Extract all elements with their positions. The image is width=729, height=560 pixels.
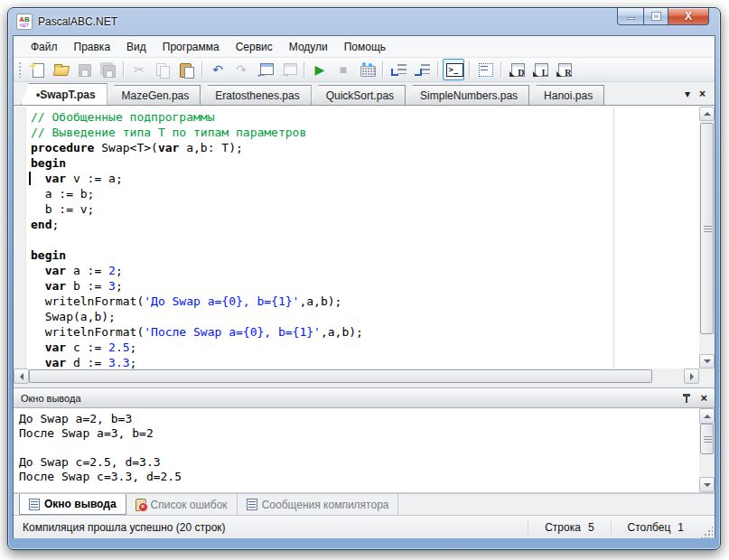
code-line[interactable]: var a := 2; bbox=[31, 263, 699, 278]
template-r-button[interactable]: R bbox=[553, 59, 575, 80]
tab-eratosthenespas[interactable]: Eratosthenes.pas bbox=[200, 85, 311, 105]
code-line[interactable]: var d := 3.3; bbox=[31, 355, 699, 369]
indent-button[interactable] bbox=[388, 59, 409, 80]
menu-item-program[interactable]: Программа bbox=[154, 38, 228, 56]
line-label: Строка bbox=[545, 521, 581, 534]
editor-hscroll-thumb[interactable] bbox=[29, 369, 652, 383]
code-token: end bbox=[31, 218, 51, 231]
form-designer-button[interactable] bbox=[474, 59, 496, 80]
code-line[interactable]: end; bbox=[31, 217, 699, 232]
output-panel: До Swap a=2, b=3После Swap a=3, b=2 До S… bbox=[14, 408, 715, 493]
app-window: AB NET PascalABC.NET X ФайлПравкаВидПрог… bbox=[7, 7, 721, 550]
scroll-right-button[interactable] bbox=[684, 369, 699, 384]
toolbar-grip[interactable] bbox=[18, 61, 22, 78]
code-token: var bbox=[45, 356, 66, 369]
pin-icon[interactable] bbox=[682, 393, 691, 404]
code-line[interactable]: var v := a; bbox=[31, 171, 699, 186]
output-vertical-scrollbar[interactable] bbox=[699, 408, 715, 492]
output-scroll-up-button[interactable] bbox=[699, 408, 715, 424]
output-scroll-down-button[interactable] bbox=[699, 477, 715, 492]
run-button[interactable]: ▶ bbox=[309, 59, 331, 80]
save-all-icon bbox=[101, 63, 117, 78]
menu-item-view[interactable]: Вид bbox=[118, 38, 154, 56]
stop-button[interactable]: ■ bbox=[332, 59, 354, 80]
code-line[interactable]: var b := 3; bbox=[31, 278, 699, 294]
up-arrow-icon bbox=[704, 108, 711, 116]
save-all-button[interactable] bbox=[97, 59, 118, 80]
code-line[interactable]: writelnFormat('После Swap a={0}, b={1}',… bbox=[31, 324, 699, 340]
copy-button[interactable] bbox=[152, 59, 173, 80]
app-icon: AB NET bbox=[16, 14, 33, 30]
nav-forward-button[interactable]: → bbox=[277, 59, 299, 80]
undo-button[interactable]: ↶ bbox=[207, 59, 229, 80]
save-button[interactable] bbox=[73, 59, 95, 80]
window-controls: X bbox=[617, 8, 709, 25]
maximize-button[interactable] bbox=[643, 8, 668, 25]
scroll-left-button[interactable] bbox=[14, 369, 29, 384]
menu-item-service[interactable]: Сервис bbox=[228, 38, 281, 56]
code-line[interactable]: var c := 2.5; bbox=[31, 340, 699, 355]
open-file-button[interactable] bbox=[50, 59, 71, 80]
code-token bbox=[31, 279, 45, 293]
code-line[interactable]: // Выведение типа T по типам параметров bbox=[31, 125, 699, 140]
template-d-button[interactable]: D bbox=[506, 59, 528, 80]
code-line[interactable]: // Обобщенные подпрограммы bbox=[31, 109, 699, 125]
code-token: writelnFormat( bbox=[31, 325, 144, 339]
paste-button[interactable] bbox=[175, 59, 197, 80]
redo-button[interactable]: ↷ bbox=[230, 59, 252, 80]
editor-vscroll-thumb[interactable] bbox=[700, 123, 714, 334]
minimize-button[interactable] bbox=[617, 8, 643, 25]
template-r-icon: R bbox=[556, 62, 572, 77]
resize-grip-icon[interactable] bbox=[700, 526, 713, 538]
status-bar: Компиляция прошла успешно (20 строк) Стр… bbox=[14, 515, 715, 538]
keyboard-button[interactable] bbox=[356, 59, 378, 80]
code-line[interactable]: procedure Swap<T>(var a,b: T); bbox=[31, 140, 699, 155]
tab-hanoipas[interactable]: Hanoi.pas bbox=[528, 85, 604, 105]
code-editor[interactable]: // Обобщенные подпрограммы// Выведение т… bbox=[14, 105, 715, 384]
new-file-button[interactable] bbox=[26, 59, 48, 80]
nav-back-button[interactable]: ← bbox=[254, 59, 276, 80]
code-line[interactable]: Swap(a,b); bbox=[31, 309, 699, 324]
form-designer-icon bbox=[478, 62, 493, 77]
editor-vertical-scrollbar[interactable] bbox=[699, 107, 715, 369]
bottom-tab-output-window[interactable]: Окно вывода bbox=[19, 494, 126, 515]
output-close-icon[interactable]: × bbox=[700, 392, 707, 404]
menu-item-file[interactable]: Файл bbox=[23, 38, 66, 56]
code-line[interactable]: begin bbox=[31, 247, 699, 263]
menu-item-help[interactable]: Помощь bbox=[336, 38, 394, 56]
tab-simplenumberspas[interactable]: SimpleNumbers.pas bbox=[405, 85, 529, 105]
tab-quicksortpas[interactable]: QuickSort.pas bbox=[311, 85, 406, 105]
menu-item-modules[interactable]: Модули bbox=[281, 38, 336, 56]
code-token: writelnFormat( bbox=[31, 294, 144, 308]
console-prompt-glyph: >_ bbox=[449, 65, 459, 74]
code-line[interactable]: begin bbox=[31, 155, 699, 171]
tab-list-dropdown-icon[interactable]: ▾ bbox=[685, 89, 690, 99]
editor-horizontal-scrollbar[interactable] bbox=[14, 369, 699, 384]
code-line[interactable] bbox=[31, 232, 699, 247]
tab-close-icon[interactable]: × bbox=[699, 89, 706, 99]
code-token: Swap(a,b); bbox=[31, 310, 116, 323]
code-token: 3.3 bbox=[108, 356, 129, 369]
cut-button[interactable]: ✂ bbox=[128, 59, 150, 80]
code-line[interactable]: a := b; bbox=[31, 186, 699, 201]
tab-swaptpas[interactable]: •SwapT.pas bbox=[21, 83, 107, 105]
console-window-button[interactable]: >_ bbox=[443, 59, 464, 80]
run-icon: ▶ bbox=[315, 63, 325, 76]
code-token: begin bbox=[31, 156, 66, 170]
scroll-down-button[interactable] bbox=[699, 354, 715, 369]
bottom-tab-error-list[interactable]: Список ошибок bbox=[126, 494, 238, 515]
scroll-up-button[interactable] bbox=[699, 107, 715, 121]
text-caret bbox=[29, 172, 31, 185]
bottom-tab-compiler-messages[interactable]: Сообщения компилятора bbox=[238, 494, 399, 515]
code-line[interactable]: writelnFormat('До Swap a={0}, b={1}',a,b… bbox=[31, 294, 699, 309]
indent-icon bbox=[391, 62, 407, 77]
title-bar[interactable]: AB NET PascalABC.NET X bbox=[8, 8, 720, 35]
close-button[interactable]: X bbox=[668, 8, 709, 25]
code-area[interactable]: // Обобщенные подпрограммы// Выведение т… bbox=[27, 107, 699, 369]
tab-mazegenpas[interactable]: MazeGen.pas bbox=[107, 85, 201, 105]
outdent-button[interactable] bbox=[411, 59, 433, 80]
template-l-button[interactable]: L bbox=[529, 59, 551, 80]
output-vscroll-thumb[interactable] bbox=[700, 424, 714, 454]
menu-item-edit[interactable]: Правка bbox=[66, 38, 119, 56]
code-line[interactable]: b := v; bbox=[31, 201, 699, 217]
